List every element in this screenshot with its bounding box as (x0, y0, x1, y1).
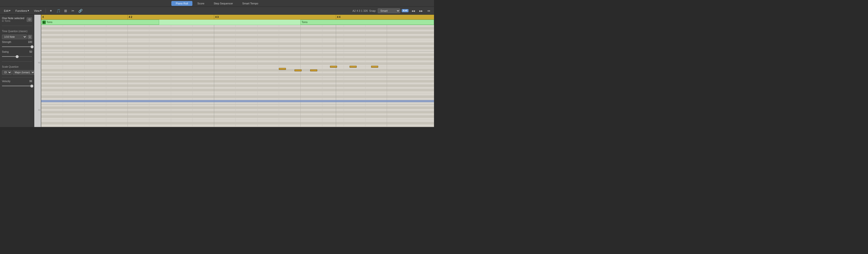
piano-grid-area: C2C1 4 4 2 4 3 4 4 ▶ Toms Toms (34, 15, 434, 127)
divider-3 (2, 77, 32, 78)
snap-label: Snap: (369, 9, 376, 12)
piano-label-c1: C1 (38, 109, 40, 111)
toolbar-separator-1 (45, 8, 46, 13)
note-block[interactable] (349, 66, 356, 68)
toolbar: Edit ▾ Functions ▾ View ▾ ✦ 🎵 ⊞ ✂ 🔗 A2 4… (0, 7, 434, 15)
step-tool-button[interactable]: ⊞ (62, 8, 69, 13)
link-tool-button[interactable]: 🔗 (77, 8, 84, 13)
scale-quantize-row: Off On Major (Ionian) Minor Dorian Phryg… (2, 70, 32, 75)
tab-score[interactable]: Score (193, 1, 209, 6)
track-region-toms-right: Toms (300, 20, 434, 25)
tab-smart-tempo[interactable]: Smart Tempo (238, 1, 262, 6)
velocity-value: 99 (29, 80, 32, 83)
nudge-right-button[interactable]: ▸▸ (418, 8, 424, 13)
note-block[interactable] (294, 69, 302, 72)
velocity-label: Velocity (2, 80, 10, 83)
beat-label-4: 4 (41, 15, 44, 19)
tab-step-sequencer[interactable]: Step Sequencer (209, 1, 238, 6)
scissors-tool-button[interactable]: ✂ (70, 8, 76, 13)
time-quantize-label: Time Quantize (classic) (2, 30, 32, 33)
time-quantize-row: 1/16 Note 1/8 Note 1/4 Note 1/2 Note 1 B… (2, 34, 32, 39)
swing-slider[interactable] (2, 56, 32, 57)
tab-piano-roll[interactable]: Piano Roll (172, 1, 192, 6)
piano-keys: C2C1 (34, 15, 41, 127)
link-button-2[interactable]: ⇔ (426, 8, 432, 13)
left-panel: One Note selected in Toms ⊡ Time Quantiz… (0, 15, 34, 127)
status-text: One Note selected (2, 17, 24, 20)
track-play-button-left[interactable]: ▶ (42, 21, 46, 24)
velocity-row: Velocity 99 (2, 80, 32, 83)
main-content: One Note selected in Toms ⊡ Time Quantiz… (0, 15, 434, 127)
view-menu-button[interactable]: View ▾ (32, 8, 44, 13)
snap-select[interactable]: Smart Bar Beat 1/4 Note 1/8 Note 1/16 No… (378, 8, 400, 13)
track-region-toms-left: ▶ Toms (41, 20, 159, 25)
swing-value: 50 (29, 51, 32, 53)
swing-row: Swing 50 (2, 51, 32, 53)
position-info: A2 4 3 1 326 (352, 9, 368, 12)
key-badge: K•H (402, 9, 408, 12)
beat-label-4-4: 4 4 (336, 15, 340, 19)
time-quantize-dropdown[interactable]: 1/16 Note 1/8 Note 1/4 Note 1/2 Note 1 B… (2, 34, 27, 39)
grid-area[interactable]: 4 4 2 4 3 4 4 ▶ Toms Toms (41, 15, 434, 127)
note-block[interactable] (330, 66, 337, 68)
scale-mode-dropdown[interactable]: Major (Ionian) Minor Dorian Phrygian (12, 70, 35, 75)
mini-expand-button[interactable]: ⊡ (27, 18, 32, 22)
strength-value: 100 (28, 41, 32, 44)
strength-row: Strength 100 (2, 41, 32, 44)
note-block[interactable] (279, 68, 286, 70)
functions-menu-button[interactable]: Functions ▾ (13, 8, 31, 13)
midi-tool-button[interactable]: 🎵 (55, 8, 61, 13)
transport-bar: Piano Roll Score Step Sequencer Smart Te… (0, 0, 434, 7)
scale-quantize-label: Scale Quantize (2, 65, 32, 68)
status-info: One Note selected in Toms ⊡ (2, 17, 32, 22)
piano-roll-grid[interactable] (41, 25, 434, 127)
edit-menu-button[interactable]: Edit ▾ (2, 8, 12, 13)
swing-label: Swing (2, 51, 8, 53)
piano-label-c2: C2 (38, 62, 40, 63)
toolbar-right: A2 4 3 1 326 Snap: Smart Bar Beat 1/4 No… (352, 8, 432, 13)
beat-label-4-3: 4 3 (214, 15, 219, 19)
strength-slider[interactable] (2, 46, 32, 47)
note-block[interactable] (371, 66, 378, 68)
strength-label: Strength (2, 41, 11, 44)
timeline-ruler: 4 4 2 4 3 4 4 (41, 15, 434, 20)
divider-1 (2, 26, 32, 26)
beat-label-4-2: 4 2 (127, 15, 132, 19)
note-block[interactable] (310, 69, 317, 72)
track-header-row: ▶ Toms Toms (41, 20, 434, 25)
pointer-tool-button[interactable]: ✦ (48, 8, 54, 13)
status-sub: in Toms (2, 20, 24, 22)
time-quantize-q-button[interactable]: Q (28, 35, 32, 39)
scale-off-dropdown[interactable]: Off On (2, 70, 12, 75)
velocity-slider[interactable] (2, 86, 32, 86)
nudge-left-button[interactable]: ◂◂ (410, 8, 416, 13)
position-display: A2 4 3 1 326 (352, 9, 368, 12)
